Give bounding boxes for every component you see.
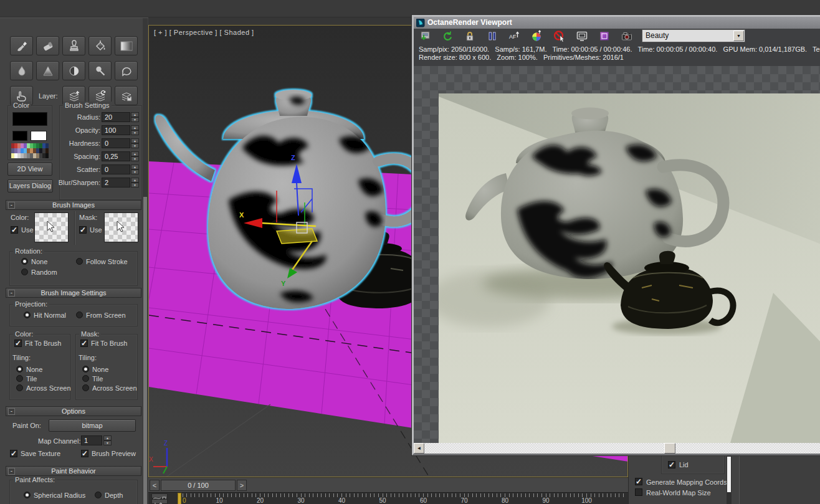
fit-view-icon[interactable] xyxy=(576,30,588,42)
color-tiling-across-screen-radio[interactable] xyxy=(16,384,23,391)
render-region-icon[interactable] xyxy=(598,30,611,42)
opacity-spinner[interactable]: ▲▼ xyxy=(131,125,139,135)
hardness-spinner[interactable]: ▲▼ xyxy=(131,138,139,148)
layers-dialog-button[interactable]: Layers Dialog xyxy=(7,179,53,193)
layer-save-tool-button[interactable] xyxy=(115,86,138,105)
sharpen-tool-button[interactable] xyxy=(36,61,59,80)
panel-scrollbar[interactable] xyxy=(143,18,148,504)
opacity-field[interactable]: 100 xyxy=(102,125,130,135)
bi-mask-label: Mask: xyxy=(79,214,97,221)
rotation-title: Rotation: xyxy=(13,247,44,255)
scatter-spinner[interactable]: ▲▼ xyxy=(131,164,139,174)
rotation-random-radio[interactable] xyxy=(21,269,28,275)
spacing-spinner[interactable]: ▲▼ xyxy=(131,151,139,161)
scroll-left-button[interactable]: ◄ xyxy=(414,443,424,454)
collapse-icon[interactable]: - xyxy=(8,468,15,475)
mask-tiling-none-radio[interactable] xyxy=(82,366,89,373)
palette-swatch[interactable] xyxy=(45,153,49,158)
brush-preview-checkbox[interactable] xyxy=(81,450,88,457)
spherical-radius-radio[interactable] xyxy=(24,492,31,498)
primary-color-swatch[interactable] xyxy=(12,131,27,141)
rotation-none-radio[interactable] xyxy=(21,258,28,265)
scatter-field[interactable]: 0 xyxy=(102,164,130,174)
smudge-tool-button[interactable] xyxy=(115,61,138,80)
bi-mask-use-checkbox[interactable] xyxy=(79,226,87,234)
current-frame-marker[interactable] xyxy=(178,493,181,504)
octane-hscrollbar-thumb[interactable] xyxy=(664,443,675,454)
depth-radio[interactable] xyxy=(95,492,102,498)
brush-color-image-thumb[interactable] xyxy=(34,212,69,242)
eraser-tool-button[interactable] xyxy=(36,36,59,55)
brush-images-rollout[interactable]: - Brush Images xyxy=(6,200,141,210)
clone-stamp-tool-button[interactable] xyxy=(62,36,85,55)
projection-hit-normal-radio[interactable] xyxy=(24,311,31,318)
chevron-down-icon[interactable]: ▼ xyxy=(733,31,744,41)
2d-view-button[interactable]: 2D View xyxy=(7,163,52,176)
generate-mapping-coords-checkbox[interactable] xyxy=(635,478,642,485)
command-panel-scrollbar[interactable] xyxy=(727,455,732,504)
color-pick-icon[interactable] xyxy=(531,30,543,42)
octane-titlebar[interactable]: OctaneRender Viewport xyxy=(414,17,820,29)
current-color-swatch[interactable] xyxy=(12,112,47,126)
paint-behavior-rollout[interactable]: - Paint Behavior xyxy=(6,466,141,476)
viewport-label[interactable]: [ + ] [ Perspective ] [ Shaded ] xyxy=(154,29,254,36)
brush-mask-image-thumb[interactable] xyxy=(104,212,138,242)
color-fit-to-brush-checkbox[interactable] xyxy=(14,340,22,347)
lid-checkbox[interactable] xyxy=(668,461,675,468)
blur-tool-button[interactable] xyxy=(10,61,33,80)
paint-brush-tool-button[interactable] xyxy=(10,36,33,55)
blur-sharpen-field[interactable]: 2 xyxy=(102,178,130,188)
projection-from-screen-radio[interactable] xyxy=(76,311,83,318)
octane-canvas[interactable] xyxy=(414,66,820,443)
camera-icon[interactable] xyxy=(621,30,633,42)
dodge-burn-tool-button[interactable] xyxy=(62,61,85,80)
material-pick-icon[interactable] xyxy=(553,30,566,42)
trackbar-ruler[interactable]: 102030405060708090100 xyxy=(148,493,628,504)
pause-icon[interactable] xyxy=(486,30,498,42)
brush-image-settings-rollout[interactable]: - Brush Image Settings xyxy=(6,288,141,298)
bi-color-use-checkbox[interactable] xyxy=(11,226,18,234)
autofocus-pick-icon[interactable]: AF xyxy=(508,30,521,42)
map-channel-spinner[interactable]: ▲▼ xyxy=(103,435,112,445)
command-panel-scrollbar-thumb[interactable] xyxy=(727,457,731,492)
collapse-icon[interactable]: - xyxy=(8,408,15,415)
spacing-field[interactable]: 0,25 xyxy=(102,151,130,161)
color-tiling-tile-radio[interactable] xyxy=(16,375,23,382)
mask-tiling-tile-radio[interactable] xyxy=(82,375,89,382)
trackbar-tick xyxy=(391,493,391,497)
radius-field[interactable]: 20 xyxy=(102,112,130,122)
next-frame-button[interactable]: > xyxy=(237,480,247,491)
eyedropper-tool-button[interactable] xyxy=(88,61,112,80)
rotation-follow-stroke-radio[interactable] xyxy=(76,258,83,265)
secondary-color-swatch[interactable] xyxy=(31,131,47,141)
collapse-icon[interactable]: - xyxy=(8,202,15,209)
save-render-icon[interactable] xyxy=(419,30,431,42)
time-slider[interactable]: 0 / 100 xyxy=(161,480,236,491)
blur-sharpen-spinner[interactable]: ▲▼ xyxy=(131,178,139,188)
palette-swatch[interactable] xyxy=(45,143,49,148)
previous-frame-button[interactable]: < xyxy=(150,480,160,491)
palette-swatch[interactable] xyxy=(45,148,49,153)
save-texture-checkbox[interactable] xyxy=(10,450,17,457)
map-channel-field[interactable]: 1 xyxy=(81,435,102,445)
render-pass-select[interactable]: Beauty ▼ xyxy=(642,29,745,42)
hardness-field[interactable]: 0 xyxy=(102,138,130,148)
track-bar[interactable]: 102030405060708090100 0 xyxy=(148,492,628,504)
projection-from-screen-label: From Screen xyxy=(86,311,126,319)
mask-tiling-across-screen-radio[interactable] xyxy=(82,384,89,391)
panel-scrollbar-thumb[interactable] xyxy=(143,197,147,504)
radius-spinner[interactable]: ▲▼ xyxy=(131,112,139,122)
color-tiling-none-radio[interactable] xyxy=(16,366,23,373)
octane-hscrollbar[interactable]: ◄ xyxy=(414,443,820,454)
layer-save-icon xyxy=(120,90,133,102)
mask-fit-to-brush-checkbox[interactable] xyxy=(80,340,88,347)
real-world-map-size-checkbox[interactable] xyxy=(635,488,642,496)
collapse-icon[interactable]: - xyxy=(8,290,15,297)
options-rollout[interactable]: - Options xyxy=(6,406,141,416)
gradient-tool-button[interactable] xyxy=(115,36,138,55)
lock-icon[interactable] xyxy=(464,30,476,42)
fill-bucket-tool-button[interactable] xyxy=(88,36,112,55)
restart-render-icon[interactable] xyxy=(441,30,454,42)
trackbar-tick xyxy=(292,493,293,497)
paint-on-button[interactable]: bitmap xyxy=(49,419,136,432)
